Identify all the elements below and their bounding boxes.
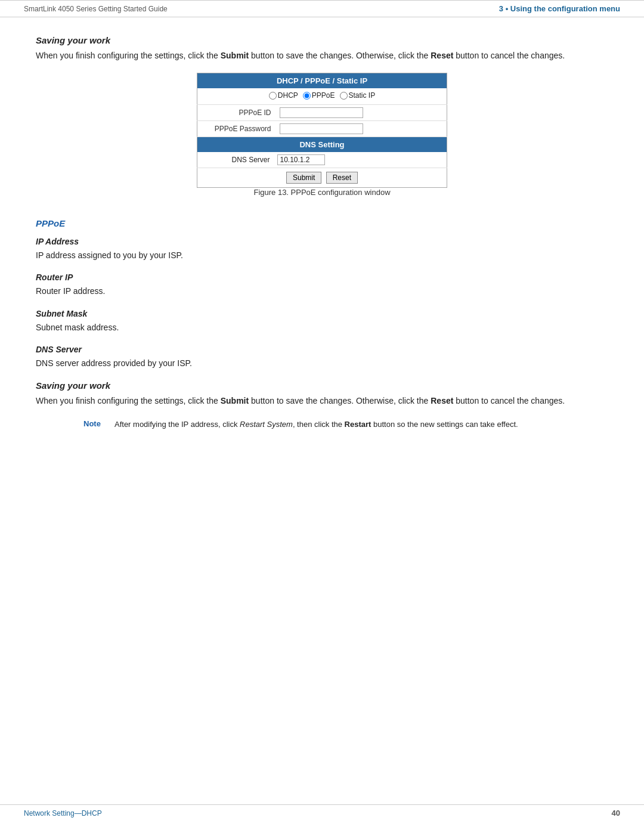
dns-server-value: 10.10.1.2: [277, 154, 325, 165]
page-footer: Network Setting—DHCP 40: [0, 804, 644, 821]
reset-button[interactable]: Reset: [326, 172, 358, 184]
staticip-radio-label[interactable]: Static IP: [340, 91, 376, 100]
config-table-header-row: DHCP / PPPoE / Static IP: [197, 73, 447, 89]
note-box: Note After modifying the IP address, cli…: [83, 419, 572, 431]
main-content: Saving your work When you finish configu…: [0, 17, 644, 473]
pppoe-id-input[interactable]: [280, 107, 363, 118]
dns-header-cell: DNS Setting: [197, 137, 447, 152]
saving-work-top-body: When you finish configuring the settings…: [36, 49, 608, 62]
dns-server-row: DNS Server 10.10.1.2: [197, 152, 447, 168]
radio-cell: DHCP PPPoE Static IP: [197, 88, 447, 104]
footer-left-text: Network Setting—DHCP: [24, 809, 102, 817]
radio-group[interactable]: DHCP PPPoE Static IP: [269, 91, 375, 100]
subnet-mask-title: Subnet Mask: [36, 309, 608, 318]
dhcp-radio-label[interactable]: DHCP: [269, 91, 298, 100]
subnet-mask-body: Subnet mask address.: [36, 321, 608, 334]
header-right-text: 3 • Using the configuration menu: [499, 4, 620, 13]
pppoe-radio[interactable]: [303, 92, 311, 100]
submit-button[interactable]: Submit: [286, 172, 321, 184]
button-row: Submit Reset: [197, 168, 447, 187]
subnet-mask-subsection: Subnet Mask Subnet mask address.: [36, 309, 608, 334]
header-left-text: SmartLink 4050 Series Getting Started Gu…: [24, 5, 168, 13]
pppoe-password-label: PPPoE Password: [197, 120, 275, 137]
config-table-header-cell: DHCP / PPPoE / Static IP: [197, 73, 447, 89]
dhcp-radio[interactable]: [269, 92, 277, 100]
note-label: Note: [83, 419, 107, 431]
staticip-radio[interactable]: [340, 92, 348, 100]
pppoe-password-input-cell: [275, 120, 447, 137]
pppoe-id-input-cell: [275, 104, 447, 120]
router-ip-title: Router IP: [36, 272, 608, 282]
dns-header-row: DNS Setting: [197, 137, 447, 152]
saving-work-top-section: Saving your work When you finish configu…: [36, 35, 608, 62]
router-ip-body: Router IP address.: [36, 284, 608, 298]
pppoe-password-input[interactable]: [280, 123, 363, 134]
config-table: DHCP / PPPoE / Static IP DHCP PPPoE Stat…: [197, 73, 447, 188]
router-ip-subsection: Router IP Router IP address.: [36, 272, 608, 298]
saving-work-bottom-body: When you finish configuring the settings…: [36, 394, 608, 407]
pppoe-heading: PPPoE: [36, 218, 608, 228]
dns-server-value-cell: 10.10.1.2: [275, 152, 447, 168]
saving-work-bottom-section: Saving your work When you finish configu…: [36, 380, 608, 407]
ip-address-body: IP address assigned to you by your ISP.: [36, 249, 608, 262]
page-header: SmartLink 4050 Series Getting Started Gu…: [0, 0, 644, 17]
button-cell: Submit Reset: [197, 168, 447, 187]
pppoe-radio-label[interactable]: PPPoE: [303, 91, 335, 100]
dns-server-body: DNS server address provided by your ISP.: [36, 357, 608, 370]
pppoe-id-label: PPPoE ID: [197, 104, 275, 120]
dns-server-subsection: DNS Server DNS server address provided b…: [36, 345, 608, 370]
pppoe-password-row: PPPoE Password: [197, 120, 447, 137]
footer-right-text: 40: [612, 809, 620, 817]
dns-server-label: DNS Server: [197, 152, 275, 168]
saving-work-top-title: Saving your work: [36, 35, 608, 45]
config-window-wrapper: DHCP / PPPoE / Static IP DHCP PPPoE Stat…: [36, 73, 608, 213]
saving-work-bottom-title: Saving your work: [36, 380, 608, 391]
figure-caption: Figure 13. PPPoE configuration window: [253, 188, 390, 197]
dns-server-title: DNS Server: [36, 345, 608, 354]
note-text: After modifying the IP address, click Re…: [114, 419, 518, 431]
radio-row: DHCP PPPoE Static IP: [197, 88, 447, 104]
ip-address-subsection: IP Address IP address assigned to you by…: [36, 237, 608, 262]
pppoe-id-row: PPPoE ID: [197, 104, 447, 120]
ip-address-title: IP Address: [36, 237, 608, 246]
